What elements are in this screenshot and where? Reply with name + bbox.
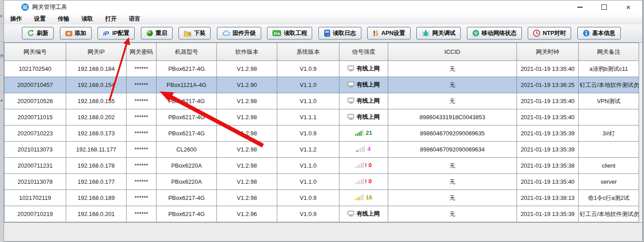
col-header-gateway-remark[interactable]: 网关备注 — [579, 43, 639, 61]
refresh-icon — [27, 30, 34, 37]
system-version-cell: V1.1.1 — [277, 109, 339, 125]
signal-value: 0 — [369, 178, 372, 185]
signal-strength-cell: 4 — [339, 142, 388, 158]
add-button[interactable]: 添加 — [60, 27, 92, 39]
menu-item-read[interactable]: 读取 — [81, 15, 93, 23]
title-bar: 网关管理工具 × — [4, 0, 642, 14]
basic-info-button[interactable]: 基本信息 — [577, 27, 621, 39]
minimize-icon — [577, 7, 583, 8]
menu-item-open[interactable]: 打开 — [105, 15, 117, 23]
ntp-sync-icon — [533, 30, 540, 37]
gateway-remark-cell: 3#灯 — [579, 125, 639, 142]
col-header-gateway-clock[interactable]: 网关时钟 — [517, 43, 579, 61]
button-label: NTP对时 — [542, 29, 566, 37]
minimize-button[interactable] — [568, 0, 592, 14]
signal-alert-icon: ! — [365, 162, 367, 169]
iccid-cell: 898604331918C0043853 — [388, 109, 517, 125]
table-row[interactable]: 20200710223192.168.0.173******PBox6217-4… — [4, 125, 639, 142]
ip-config-icon: iP — [103, 30, 110, 37]
button-label: 基本信息 — [592, 29, 615, 37]
maximize-button[interactable] — [592, 0, 616, 14]
machine-model-cell: PBox6217-4G — [157, 125, 217, 142]
menu-item-transfer[interactable]: 传输 — [58, 15, 69, 23]
ip-config-button[interactable]: iP IP配置 — [97, 27, 135, 39]
table-row[interactable]: 20210113073192.168.11.177******CL2600V1.… — [4, 142, 639, 158]
refresh-button[interactable]: 刷新 — [22, 27, 54, 39]
gateway-no-cell: 1021702119 — [4, 190, 66, 206]
machine-model-cell: PBox1121A-4G — [157, 77, 217, 93]
menu-item-settings[interactable]: 设置 — [34, 15, 46, 23]
gateway-no-cell: 20210113073 — [4, 142, 66, 158]
gateway-no-cell: 1021702540 — [4, 61, 66, 77]
gateway-remark-cell: 命1令c行a测2试 — [579, 190, 639, 206]
restart-icon — [146, 30, 153, 37]
button-label: 移动网络状态 — [482, 29, 517, 37]
software-version-cell: V1.2.98 — [217, 158, 277, 174]
system-version-cell: V1.0.9 — [277, 61, 339, 77]
download-icon — [184, 30, 191, 37]
mobile-network-status-button[interactable]: 移动网络状态 — [467, 27, 522, 39]
signal-indicator: 有线上网 — [347, 65, 380, 73]
col-header-signal-strength[interactable]: 信号强度 — [339, 43, 388, 61]
table-row[interactable]: 20200711231192.168.0.178******PBox6220AV… — [4, 158, 639, 174]
firmware-upgrade-button[interactable]: 固件升级 — [217, 27, 261, 39]
iccid-cell: 无 — [388, 206, 517, 222]
gateway-remark-cell: a涂鸦b测试c11 — [579, 61, 639, 77]
table-row[interactable]: 20200710219192.168.0.201******PBox6217-4… — [4, 206, 639, 222]
svg-text:iP: iP — [103, 30, 110, 37]
apn-settings-button[interactable]: APN设置 — [367, 27, 410, 39]
read-project-button[interactable]: Pro 读取工程 — [267, 27, 312, 39]
system-version-cell: V1.1.2 — [277, 142, 339, 158]
iccid-cell: 无 — [388, 61, 517, 77]
gateway-password-cell: ****** — [127, 61, 157, 77]
table-row-selected[interactable]: 20200710457192.168.0.154******PBox1121A-… — [4, 77, 639, 93]
gateway-ip-cell: 192.168.0.184 — [66, 61, 127, 77]
signal-bars-icon — [356, 162, 364, 168]
col-header-system-version[interactable]: 系统版本 — [277, 43, 339, 61]
gateway-table: 网关编号 网关IP 网关密码 机器型号 软件版本 系统版本 信号强度 ICCID… — [4, 43, 639, 222]
table-row[interactable]: 1021702119192.168.0.189******PBox6217-4G… — [4, 190, 639, 206]
wired-label: 有线上网 — [356, 113, 380, 121]
gateway-clock-cell: 2021-01-19 13:35:40 — [517, 174, 579, 190]
gateway-remark-cell — [579, 109, 639, 125]
system-version-cell: V1.1.0 — [277, 93, 339, 109]
gateway-ip-cell: 192.168.0.154 — [66, 77, 127, 93]
table-row[interactable]: 20200710526192.168.0.155******PBox6217-4… — [4, 93, 639, 109]
menu-item-language[interactable]: 语言 — [129, 15, 140, 23]
col-header-gateway-no[interactable]: 网关编号 — [4, 43, 66, 61]
read-log-button[interactable]: LOG 读取日志 — [318, 27, 361, 39]
col-header-gateway-ip[interactable]: 网关IP — [66, 43, 127, 61]
wired-network-icon — [347, 82, 355, 88]
gateway-ip-cell: 192.168.0.201 — [66, 206, 127, 222]
col-header-software-version[interactable]: 软件版本 — [217, 43, 277, 61]
gateway-debug-button[interactable]: 网关调试 — [416, 27, 461, 39]
ntp-sync-button[interactable]: NTP对时 — [528, 27, 571, 39]
signal-strength-cell: 有线上网 — [339, 109, 388, 125]
iccid-cell: 无 — [388, 190, 517, 206]
software-version-cell: V1.2.90 — [217, 77, 277, 93]
gateway-ip-cell: 192.168.0.173 — [66, 125, 127, 142]
svg-text:Pro: Pro — [274, 31, 280, 36]
col-header-iccid[interactable]: ICCID — [388, 43, 517, 61]
iccid-cell: 无 — [388, 174, 517, 190]
table-row[interactable]: 20210113078192.168.0.177******PBox6220AV… — [4, 174, 639, 190]
download-button[interactable]: 下装 — [178, 27, 211, 39]
button-label: 固件升级 — [233, 29, 256, 37]
close-button[interactable]: × — [616, 0, 640, 14]
restart-button[interactable]: 重启 — [141, 27, 173, 39]
table-row[interactable]: 1021702540192.168.0.184******PBox6217-4G… — [4, 61, 639, 77]
system-version-cell: V1.0.9 — [277, 125, 339, 142]
gateway-clock-cell: 2021-01-19 13:35:40 — [517, 61, 579, 77]
gateway-table-body: 1021702540192.168.0.184******PBox6217-4G… — [4, 61, 639, 222]
signal-bars-icon — [356, 178, 364, 184]
iccid-cell: 89860467092090069635 — [388, 125, 517, 142]
table-row[interactable]: 20200711015192.168.0.202******PBox6217-4… — [4, 109, 639, 125]
gateway-ip-cell: 192.168.0.155 — [66, 93, 127, 109]
menu-item-operation[interactable]: 操作 — [10, 15, 22, 23]
machine-model-cell: PBox6217-4G — [157, 61, 217, 77]
col-header-machine-model[interactable]: 机器型号 — [157, 43, 217, 61]
col-header-gateway-password[interactable]: 网关密码 — [127, 43, 157, 61]
button-label: IP配置 — [112, 29, 129, 37]
button-label: 网关调试 — [432, 29, 455, 37]
gateway-remark-cell: VPN测试 — [579, 93, 639, 109]
